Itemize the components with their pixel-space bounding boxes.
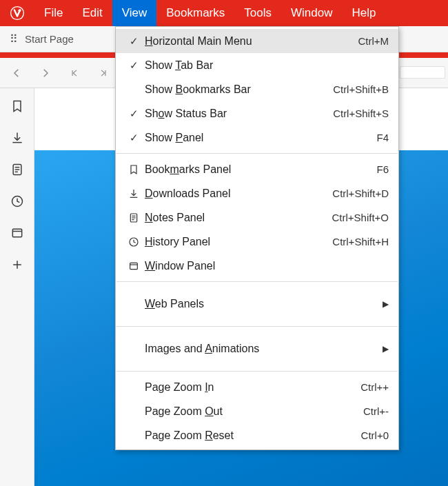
menu-separator <box>116 153 398 154</box>
panel-add-button[interactable] <box>0 250 34 281</box>
menu-item-label: History Panel <box>145 236 313 248</box>
check-icon: ✓ <box>123 59 145 72</box>
menu-view[interactable]: View <box>112 0 157 26</box>
menu-item-label: Show Status Bar <box>145 108 313 120</box>
menu-item-history-panel[interactable]: History PanelCtrl+Shift+H <box>116 230 398 254</box>
menu-edit[interactable]: Edit <box>72 0 112 26</box>
check-icon: ✓ <box>123 132 145 144</box>
menu-item-label: Downloads Panel <box>145 188 313 200</box>
vivaldi-logo[interactable] <box>0 0 34 26</box>
menu-item-label: Web Panels <box>145 298 379 310</box>
check-icon: ✓ <box>123 35 145 48</box>
menu-separator <box>116 281 398 282</box>
menu-file[interactable]: File <box>34 0 72 26</box>
menu-item-window-panel[interactable]: Window Panel <box>116 254 398 278</box>
menu-item-shortcut: Ctrl+Shift+B <box>313 83 389 95</box>
menu-tools[interactable]: Tools <box>234 0 281 26</box>
menu-help[interactable]: Help <box>342 0 385 26</box>
menu-item-shortcut: Ctrl++ <box>313 381 389 393</box>
menu-item-label: Notes Panel <box>145 212 313 224</box>
menu-item-label: Page Zoom Reset <box>145 429 313 442</box>
menu-item-show-tab-bar[interactable]: ✓Show Tab Bar <box>116 53 398 77</box>
menu-item-label: Bookmarks Panel <box>145 163 313 176</box>
menu-window[interactable]: Window <box>281 0 342 26</box>
menu-item-shortcut: Ctrl+- <box>313 405 389 417</box>
menu-item-bookmarks-panel[interactable]: Bookmarks PanelF6 <box>116 157 398 181</box>
panel-history-button[interactable] <box>0 186 34 218</box>
menu-item-shortcut: F6 <box>313 163 389 175</box>
tab-start-page[interactable]: Start Page <box>25 33 74 45</box>
fast-forward-button[interactable] <box>92 62 114 84</box>
menu-item-label: Horizontal Main Menu <box>145 35 313 48</box>
menu-bookmarks[interactable]: Bookmarks <box>156 0 234 26</box>
download-icon <box>123 188 145 199</box>
menu-item-page-zoom-out[interactable]: Page Zoom OutCtrl+- <box>116 399 398 423</box>
svg-point-1 <box>11 7 23 19</box>
menu-item-images-and-animations[interactable]: Images and Animations▶ <box>116 330 398 367</box>
menu-item-page-zoom-in[interactable]: Page Zoom InCtrl++ <box>116 375 398 399</box>
submenu-arrow-icon: ▶ <box>379 299 389 309</box>
menu-item-page-zoom-reset[interactable]: Page Zoom ResetCtrl+0 <box>116 423 398 447</box>
menu-item-label: Show Panel <box>145 132 313 144</box>
menu-item-label: Window Panel <box>145 260 389 272</box>
history-icon <box>123 236 145 247</box>
plus-icon <box>10 258 24 274</box>
menu-item-show-panel[interactable]: ✓Show PanelF4 <box>116 125 398 150</box>
check-icon: ✓ <box>123 108 145 120</box>
menu-item-label: Page Zoom Out <box>145 405 313 418</box>
bookmark-icon <box>123 164 145 175</box>
download-icon <box>10 131 24 147</box>
side-panel <box>0 88 34 486</box>
menu-item-shortcut: F4 <box>313 132 389 143</box>
panel-window-button[interactable] <box>0 218 34 250</box>
menu-item-shortcut: Ctrl+Shift+S <box>313 108 389 119</box>
window-icon <box>10 226 24 242</box>
menu-item-label: Show Bookmarks Bar <box>145 83 313 96</box>
menu-item-shortcut: Ctrl+0 <box>313 429 389 441</box>
menu-item-label: Show Tab Bar <box>145 59 389 72</box>
menu-item-label: Images and Animations <box>145 343 379 355</box>
menu-item-horizontal-main-menu[interactable]: ✓Horizontal Main MenuCtrl+M <box>116 29 398 53</box>
notes-icon <box>10 163 24 179</box>
submenu-arrow-icon: ▶ <box>379 344 389 354</box>
menu-item-web-panels[interactable]: Web Panels▶ <box>116 285 398 323</box>
menu-separator <box>116 371 398 372</box>
menu-separator <box>116 326 398 327</box>
menu-item-show-bookmarks-bar[interactable]: Show Bookmarks BarCtrl+Shift+B <box>116 77 398 101</box>
menu-item-notes-panel[interactable]: Notes PanelCtrl+Shift+O <box>116 205 398 230</box>
menu-item-shortcut: Ctrl+Shift+O <box>313 212 389 223</box>
menu-item-shortcut: Ctrl+Shift+D <box>313 188 389 199</box>
apps-grid-icon[interactable]: ⠿ <box>10 32 18 45</box>
panel-bookmarks-button[interactable] <box>0 91 34 123</box>
panel-notes-button[interactable] <box>0 154 34 186</box>
menu-item-label: Page Zoom In <box>145 381 313 394</box>
back-button[interactable] <box>6 62 28 84</box>
menu-item-shortcut: Ctrl+M <box>313 35 389 47</box>
panel-downloads-button[interactable] <box>0 123 34 154</box>
menu-item-shortcut: Ctrl+Shift+H <box>313 236 389 247</box>
history-icon <box>10 194 24 210</box>
window-icon <box>123 261 145 272</box>
forward-button[interactable] <box>34 62 57 84</box>
main-menubar: FileEditViewBookmarksToolsWindowHelp <box>0 0 448 26</box>
view-menu-dropdown: ✓Horizontal Main MenuCtrl+M✓Show Tab Bar… <box>115 26 399 450</box>
address-bar-fragment[interactable] <box>400 66 445 79</box>
menu-item-show-status-bar[interactable]: ✓Show Status BarCtrl+Shift+S <box>116 101 398 125</box>
svg-point-2 <box>18 9 21 12</box>
bookmark-icon <box>10 99 24 115</box>
rewind-button[interactable] <box>63 62 85 84</box>
notes-icon <box>123 212 145 223</box>
menu-item-downloads-panel[interactable]: Downloads PanelCtrl+Shift+D <box>116 181 398 205</box>
